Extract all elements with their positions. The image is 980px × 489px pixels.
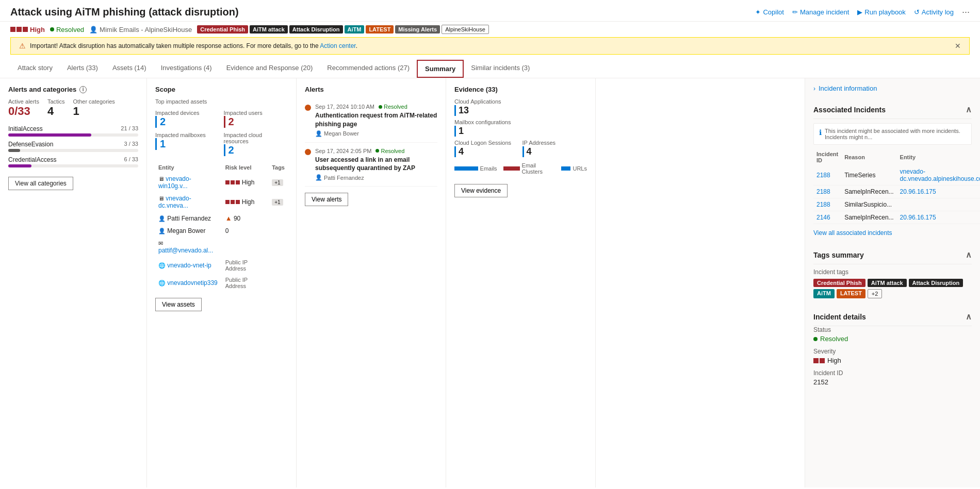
nav-tab[interactable]: Summary: [417, 60, 464, 78]
incident-id-link[interactable]: 2146: [816, 214, 830, 221]
subtitle-tag: LATEST: [366, 25, 394, 33]
impact-item: Impacted mailboxes 1: [155, 132, 220, 156]
status-indicator: Resolved: [50, 26, 84, 33]
run-playbook-button[interactable]: ▶ Run playbook: [857, 8, 906, 16]
incident-id-link[interactable]: 2188: [816, 188, 830, 195]
incident-entity-link[interactable]: 20.96.16.175: [900, 188, 936, 195]
sidebar-tag: Attack Disruption: [909, 279, 963, 287]
ev-empty2: [522, 119, 587, 137]
evidence-panel: Evidence (33) Cloud Applications 13 Mail…: [446, 78, 596, 487]
entity-row: 👤 Patti Fernandez▲ 90: [155, 212, 288, 225]
ev-empty1: [522, 98, 587, 116]
sidebar-tag: Credential Phish: [813, 279, 865, 287]
nav-tabs: Attack storyAlerts (33)Assets (14)Invest…: [0, 59, 980, 78]
copilot-button[interactable]: ✦ Copilot: [755, 8, 783, 16]
entity-row: 🌐 vnevadovnetip339Public IP Address: [155, 274, 288, 292]
entity-link[interactable]: vnevado-vnet-ip: [167, 262, 211, 269]
alert-dot: [305, 105, 311, 111]
more-options-button[interactable]: ···: [962, 7, 970, 18]
subtitle-tag: AiTM: [345, 25, 365, 33]
play-icon: ▶: [857, 8, 862, 16]
view-all-incidents-link[interactable]: View all associated incidents: [813, 229, 972, 237]
impact-item: Impacted devices 2: [155, 110, 220, 128]
category-item: CredentialAccess 6 / 33: [8, 156, 138, 167]
tags-summary-section: Tags summary ∧ Incident tags Credential …: [805, 244, 980, 306]
impact-item: Impacted cloud resources 2: [224, 132, 288, 156]
activity-log-button[interactable]: ↺ Activity log: [914, 8, 954, 16]
subtitle-user: 👤 Mimik Emails - AlpineSkiHouse: [89, 26, 192, 33]
action-center-link[interactable]: Action center: [320, 42, 355, 49]
incidents-table: Incident IDReasonEntity 2188 TimeSeries …: [813, 149, 980, 224]
nav-tab[interactable]: Similar incidents (3): [464, 59, 537, 78]
nav-tab[interactable]: Attack story: [10, 59, 60, 78]
entity-row: 🖥 vnevado-dc.vneva... High+1: [155, 192, 288, 212]
right-sidebar: › Incident information Associated Incide…: [805, 78, 980, 487]
alert-title: Authentication request from AiTM-related…: [315, 111, 437, 129]
subtitle-tags: Credential PhishAiTM attackAttack Disrup…: [197, 25, 491, 34]
info-icon[interactable]: i: [79, 86, 87, 93]
spacer: [596, 78, 805, 487]
nav-tab[interactable]: Alerts (33): [60, 59, 105, 78]
incident-details-title[interactable]: Incident details ∧: [813, 306, 972, 326]
category-item: DefenseEvasion 3 / 33: [8, 141, 138, 152]
ev-ip: IP Addresses 4: [522, 140, 587, 157]
entity-link[interactable]: pattif@vnevado.al...: [158, 247, 213, 254]
tags-summary-title[interactable]: Tags summary ∧: [813, 244, 972, 264]
view-all-categories-button[interactable]: View all categories: [8, 177, 73, 190]
subtitle-row: High Resolved 👤 Mimik Emails - AlpineSki…: [0, 22, 980, 37]
incident-row: 2188 SamelpInRecen... 20.96.16.175: [813, 186, 980, 198]
entity-row: 👤 Megan Bower0: [155, 225, 288, 237]
status-value: Resolved: [813, 335, 972, 343]
incident-row: 2188 SimilarSuspicio...: [813, 198, 980, 211]
entity-row: 🌐 vnevado-vnet-ipPublic IP Address: [155, 257, 288, 274]
severity-detail: Severity High: [813, 348, 972, 364]
evidence-bar-emails: Emails Email Clusters URLs: [454, 162, 587, 175]
incident-entity-link[interactable]: 20.96.16.175: [900, 214, 936, 221]
top-header: Attack using AiTM phishing (attack disru…: [0, 0, 980, 22]
subtitle-tag: Credential Phish: [197, 25, 248, 33]
associated-incidents-section: Associated Incidents ∧ ℹ This incident m…: [805, 98, 980, 244]
nav-tab[interactable]: Recommended actions (27): [320, 59, 417, 78]
entity-row: ✉ pattif@vnevado.al...: [155, 237, 288, 257]
incident-entity-link[interactable]: vnevado-dc.vnevado.alpineskihouse.co: [900, 168, 980, 182]
tags-collapse-icon: ∧: [966, 250, 972, 260]
sidebar-tag: AiTM attack: [868, 279, 907, 287]
severity-sq-3: [23, 27, 28, 32]
associated-incidents-title[interactable]: Associated Incidents ∧: [813, 98, 972, 119]
incident-details-section: Incident details ∧ Status Resolved Sever…: [805, 306, 980, 398]
status-detail: Status Resolved: [813, 326, 972, 343]
view-alerts-button[interactable]: View alerts: [305, 193, 348, 206]
categories-list: InitialAccess 21 / 33 DefenseEvasion 3 /…: [8, 125, 138, 167]
incident-id-link[interactable]: 2188: [816, 201, 830, 208]
edit-icon: ✏: [792, 8, 798, 16]
scope-panel: Scope Top impacted assets Impacted devic…: [147, 78, 297, 487]
ev-logon: Cloud Logon Sessions 4: [454, 140, 519, 157]
view-assets-button[interactable]: View assets: [155, 298, 202, 311]
severity-sq-2: [17, 27, 22, 32]
incident-info-toggle[interactable]: › Incident information: [805, 78, 980, 98]
incident-id-link[interactable]: 2188: [816, 172, 830, 179]
alert-banner-text: Important! Attack disruption has automat…: [30, 42, 357, 49]
tactics-stat: Tactics 4: [47, 98, 65, 118]
entity-link[interactable]: vnevadovnetip339: [167, 279, 217, 286]
nav-tab[interactable]: Investigations (4): [154, 59, 219, 78]
nav-tab[interactable]: Assets (14): [105, 59, 154, 78]
impact-grid: Impacted devices 2 Impacted users 2 Impa…: [155, 110, 288, 156]
severity-squares: [10, 27, 28, 32]
alert-close-button[interactable]: ✕: [955, 42, 961, 50]
page-title: Attack using AiTM phishing (attack disru…: [10, 6, 239, 18]
view-evidence-button[interactable]: View evidence: [454, 184, 508, 197]
alerts-list: Sep 17, 2024 10:10 AM Resolved Authentic…: [305, 98, 437, 187]
subtitle-tag: Attack Disruption: [289, 25, 343, 33]
alert-banner: ⚠ Important! Attack disruption has autom…: [10, 37, 970, 55]
sidebar-tag: AiTM: [813, 289, 835, 298]
collapse-icon: ∧: [966, 105, 972, 114]
manage-incident-button[interactable]: ✏ Manage incident: [792, 8, 849, 16]
alert-item: Sep 17, 2024 10:10 AM Resolved Authentic…: [305, 98, 437, 143]
clock-icon: ↺: [914, 8, 920, 16]
details-collapse-icon: ∧: [966, 312, 972, 322]
user-icon: 👤: [89, 26, 97, 33]
sidebar-tag: +2: [868, 289, 883, 298]
alerts-panel: Alerts Sep 17, 2024 10:10 AM Resolved Au…: [297, 78, 446, 487]
nav-tab[interactable]: Evidence and Response (20): [219, 59, 320, 78]
